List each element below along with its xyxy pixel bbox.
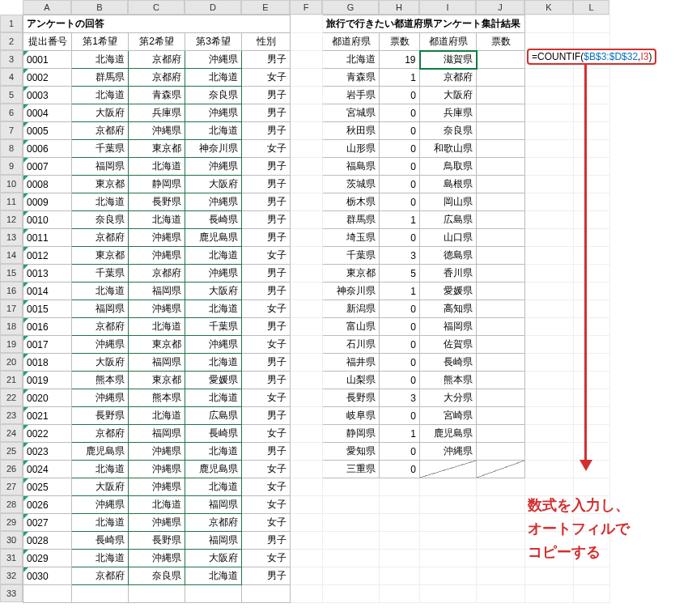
cell-H32[interactable] xyxy=(380,567,420,585)
cell-K21[interactable] xyxy=(525,372,574,389)
col-header-A[interactable]: A xyxy=(23,0,71,15)
cell-I32[interactable] xyxy=(420,567,477,585)
cell-I33[interactable] xyxy=(420,585,477,603)
row-header-24[interactable]: 24 xyxy=(0,424,23,442)
cell-G22[interactable]: 長野県 xyxy=(323,389,380,407)
cell-J19[interactable] xyxy=(477,336,525,354)
cell-D3[interactable]: 沖縄県 xyxy=(185,51,242,69)
cell-J29[interactable] xyxy=(477,514,525,532)
cell-C19[interactable]: 東京都 xyxy=(129,336,185,354)
row-header-5[interactable]: 5 xyxy=(0,86,23,104)
cell-K7[interactable] xyxy=(525,122,574,140)
cell-I10[interactable]: 島根県 xyxy=(420,176,477,193)
cell-H21[interactable]: 0 xyxy=(380,372,420,389)
cell-L23[interactable] xyxy=(574,407,610,425)
row-header-28[interactable]: 28 xyxy=(0,495,23,513)
cell-A1[interactable]: アンケートの回答 xyxy=(23,15,291,33)
cell-L14[interactable] xyxy=(574,247,610,265)
cell-I3[interactable]: 滋賀県 xyxy=(420,51,477,69)
row-header-9[interactable]: 9 xyxy=(0,157,23,175)
cell-B21[interactable]: 熊本県 xyxy=(72,372,129,389)
cell-I14[interactable]: 徳島県 xyxy=(420,247,477,265)
cell-H28[interactable] xyxy=(380,496,420,514)
cell-L25[interactable] xyxy=(574,443,610,461)
cell-L5[interactable] xyxy=(574,87,610,104)
cell-A28[interactable]: 0026 xyxy=(23,496,72,514)
cell-L24[interactable] xyxy=(574,425,610,443)
cell-B29[interactable]: 北海道 xyxy=(72,514,129,532)
cell-E7[interactable]: 男子 xyxy=(242,122,291,140)
cell-G23[interactable]: 岐阜県 xyxy=(323,407,380,425)
cell-A16[interactable]: 0014 xyxy=(23,283,72,300)
cells-table[interactable]: アンケートの回答旅行で行きたい都道府県アンケート集計結果提出番号第1希望第2希望… xyxy=(23,15,610,603)
cell-A22[interactable]: 0020 xyxy=(23,389,72,407)
cell-K16[interactable] xyxy=(525,283,574,300)
cell-H5[interactable]: 0 xyxy=(380,87,420,104)
cell-K12[interactable] xyxy=(525,211,574,229)
cell-E29[interactable]: 女子 xyxy=(242,514,291,532)
cell-L7[interactable] xyxy=(574,122,610,140)
row-header-32[interactable]: 32 xyxy=(0,567,23,584)
cell-F11[interactable] xyxy=(291,193,323,211)
col-header-I[interactable]: I xyxy=(419,0,476,15)
row-header-4[interactable]: 4 xyxy=(0,68,23,86)
cell-H9[interactable]: 0 xyxy=(380,158,420,176)
cell-I27[interactable] xyxy=(420,478,477,496)
cell-A23[interactable]: 0021 xyxy=(23,407,72,425)
cell-C32[interactable]: 奈良県 xyxy=(129,567,185,585)
cell-B23[interactable]: 長野県 xyxy=(72,407,129,425)
cell-I19[interactable]: 佐賀県 xyxy=(420,336,477,354)
cell-B33[interactable] xyxy=(72,585,129,603)
cell-I26[interactable] xyxy=(420,461,477,478)
cell-F12[interactable] xyxy=(291,211,323,229)
row-header-26[interactable]: 26 xyxy=(0,460,23,478)
cell-L11[interactable] xyxy=(574,193,610,211)
cell-F16[interactable] xyxy=(291,283,323,300)
row-header-23[interactable]: 23 xyxy=(0,406,23,424)
row-header-25[interactable]: 25 xyxy=(0,442,23,460)
cell-E4[interactable]: 女子 xyxy=(242,69,291,87)
cell-A4[interactable]: 0002 xyxy=(23,69,72,87)
cell-C18[interactable]: 北海道 xyxy=(129,318,185,336)
cell-D5[interactable]: 奈良県 xyxy=(185,87,242,104)
row-header-18[interactable]: 18 xyxy=(0,317,23,335)
cell-J7[interactable] xyxy=(477,122,525,140)
cell-J33[interactable] xyxy=(477,585,525,603)
cell-H23[interactable]: 0 xyxy=(380,407,420,425)
row-header-21[interactable]: 21 xyxy=(0,371,23,389)
col-header-E[interactable]: E xyxy=(241,0,290,15)
cell-D23[interactable]: 広島県 xyxy=(185,407,242,425)
cell-J14[interactable] xyxy=(477,247,525,265)
cell-F6[interactable] xyxy=(291,104,323,122)
cell-C5[interactable]: 青森県 xyxy=(129,87,185,104)
cell-I24[interactable]: 鹿児島県 xyxy=(420,425,477,443)
cell-H27[interactable] xyxy=(380,478,420,496)
cell-G10[interactable]: 茨城県 xyxy=(323,176,380,193)
cell-E11[interactable]: 男子 xyxy=(242,193,291,211)
cell-K6[interactable] xyxy=(525,104,574,122)
cell-K13[interactable] xyxy=(525,229,574,247)
cell-B9[interactable]: 福岡県 xyxy=(72,158,129,176)
cell-C33[interactable] xyxy=(129,585,185,603)
cell-E28[interactable]: 女子 xyxy=(242,496,291,514)
cell-I4[interactable]: 京都府 xyxy=(420,69,477,87)
row-header-10[interactable]: 10 xyxy=(0,175,23,193)
cell-A3[interactable]: 0001 xyxy=(23,51,72,69)
cell-F32[interactable] xyxy=(291,567,323,585)
cell-D6[interactable]: 沖縄県 xyxy=(185,104,242,122)
cell-D28[interactable]: 福岡県 xyxy=(185,496,242,514)
cell-I31[interactable] xyxy=(420,550,477,567)
cell-J6[interactable] xyxy=(477,104,525,122)
cell-F18[interactable] xyxy=(291,318,323,336)
cell-E22[interactable]: 女子 xyxy=(242,389,291,407)
cell-K22[interactable] xyxy=(525,389,574,407)
cell-B14[interactable]: 東京都 xyxy=(72,247,129,265)
cell-I17[interactable]: 高知県 xyxy=(420,300,477,318)
cell-A11[interactable]: 0009 xyxy=(23,193,72,211)
cell-K33[interactable] xyxy=(525,585,574,603)
cell-C12[interactable]: 北海道 xyxy=(129,211,185,229)
cell-G30[interactable] xyxy=(323,532,380,550)
cell-J13[interactable] xyxy=(477,229,525,247)
cell-C28[interactable]: 北海道 xyxy=(129,496,185,514)
cell-C31[interactable]: 沖縄県 xyxy=(129,550,185,567)
